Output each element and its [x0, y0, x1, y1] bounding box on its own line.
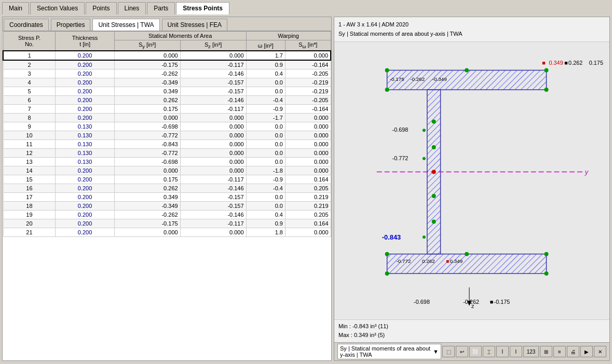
tab-main[interactable]: Main	[2, 2, 29, 15]
toolbar-btn-play[interactable]: ▶	[580, 346, 593, 357]
table-row[interactable]: 6 0.200 0.262 -0.146 -0.4 -0.205	[3, 96, 331, 105]
svg-text:0.349: 0.349	[549, 60, 563, 66]
cell-thickness: 0.200	[56, 202, 114, 211]
cell-somega: -0.205	[285, 69, 331, 78]
svg-point-13	[465, 252, 469, 256]
table-row[interactable]: 7 0.200 0.175 -0.117 -0.9 -0.164	[3, 105, 331, 114]
table-row[interactable]: 8 0.200 0.000 0.000 -1.7 0.000	[3, 114, 331, 122]
cell-no: 1	[3, 51, 56, 60]
cell-thickness: 0.200	[56, 96, 114, 105]
table-row[interactable]: 2 0.200 -0.175 -0.117 0.9 -0.164	[3, 60, 331, 69]
cell-no: 11	[3, 140, 56, 149]
tab-stress-points[interactable]: Stress Points	[176, 2, 229, 15]
svg-text:-0.698: -0.698	[414, 299, 430, 305]
cell-sz: -0.146	[180, 69, 246, 78]
cell-omega: 0.0	[246, 122, 285, 131]
cell-omega: 0.0	[246, 140, 285, 149]
svg-point-17	[432, 120, 436, 124]
app-container: Main Section Values Points Lines Parts S…	[0, 0, 612, 363]
table-row[interactable]: 18 0.200 -0.349 -0.157 0.0 0.219	[3, 202, 331, 211]
table-row[interactable]: 3 0.200 -0.262 -0.146 0.4 -0.205	[3, 69, 331, 78]
cell-somega: 0.205	[285, 184, 331, 193]
cell-thickness: 0.200	[56, 51, 114, 60]
table-row[interactable]: 10 0.130 -0.772 0.000 0.0 0.000	[3, 131, 331, 140]
svg-point-18	[432, 145, 436, 149]
toolbar-btn-4[interactable]: ⌶	[483, 346, 495, 357]
stress-table: Stress P.No. Thicknesst [in] Statical Mo…	[3, 31, 331, 237]
svg-text:■: ■	[490, 299, 494, 305]
tab-lines[interactable]: Lines	[118, 2, 146, 15]
cell-no: 5	[3, 87, 56, 96]
toolbar-btn-6[interactable]: I	[510, 346, 522, 357]
toolbar-btn-8[interactable]: ⊞	[540, 346, 552, 357]
svg-point-8	[465, 68, 469, 73]
header-line1: 1 - AW 3 x 1.64 | ADM 2020	[338, 20, 605, 30]
cell-sy: -0.262	[114, 211, 180, 219]
table-row[interactable]: 9 0.130 -0.698 0.000 0.0 0.000	[3, 122, 331, 131]
toolbar-btn-1[interactable]: ⬚	[442, 346, 455, 357]
cell-no: 7	[3, 105, 56, 114]
subtab-unit-stresses-fea[interactable]: Unit Stresses | FEA	[162, 19, 227, 31]
cell-thickness: 0.130	[56, 122, 114, 131]
max-value: Max : 0.349 in³ (5)	[338, 331, 605, 340]
table-row[interactable]: 12 0.130 -0.772 0.000 0.0 0.000	[3, 149, 331, 158]
cell-sy: -0.698	[114, 122, 180, 131]
table-row[interactable]: 13 0.130 -0.698 0.000 0.0 0.000	[3, 158, 331, 166]
subtab-coordinates[interactable]: Coordinates	[4, 19, 49, 31]
tab-points[interactable]: Points	[86, 2, 116, 15]
cell-omega: -0.4	[246, 184, 285, 193]
table-row[interactable]: 17 0.200 0.349 -0.157 0.0 0.219	[3, 193, 331, 202]
svg-point-15	[385, 272, 389, 276]
table-row[interactable]: 14 0.200 0.000 0.000 -1.8 0.000	[3, 166, 331, 175]
col-omega: ω [in²]	[246, 40, 285, 51]
cell-thickness: 0.200	[56, 219, 114, 228]
svg-point-16	[545, 272, 549, 276]
cell-no: 15	[3, 175, 56, 184]
table-row[interactable]: 1 0.200 0.000 0.000 1.7 0.000	[3, 51, 331, 60]
cell-thickness: 0.200	[56, 78, 114, 87]
table-row[interactable]: 21 0.200 0.000 0.000 1.8 0.000	[3, 228, 331, 237]
right-panel: 1 - AW 3 x 1.64 | ADM 2020 Sy | Statical…	[334, 17, 610, 361]
toolbar-btn-print[interactable]: 🖨	[567, 346, 579, 357]
cell-omega: 0.4	[246, 69, 285, 78]
table-row[interactable]: 20 0.200 -0.175 -0.117 0.9 0.164	[3, 219, 331, 228]
table-row[interactable]: 4 0.200 -0.349 -0.157 0.0 -0.219	[3, 78, 331, 87]
subtab-unit-stresses-twa[interactable]: Unit Stresses | TWA	[92, 19, 159, 31]
cell-sy: -0.349	[114, 202, 180, 211]
col-sy: Sy [in³]	[114, 40, 180, 51]
svg-point-7	[385, 68, 389, 73]
svg-text:-0.772: -0.772	[392, 155, 409, 161]
cell-somega: -0.219	[285, 78, 331, 87]
col-somega: Sω [in⁴]	[285, 40, 331, 51]
footer-dropdown[interactable]: Sy | Statical moments of area about y-ax…	[337, 344, 441, 359]
svg-text:-0.698: -0.698	[392, 127, 409, 133]
cell-omega: -0.9	[246, 175, 285, 184]
cell-somega: 0.000	[285, 131, 331, 140]
toolbar-btn-close[interactable]: ✕	[594, 346, 606, 357]
cell-thickness: 0.200	[56, 87, 114, 96]
toolbar-btn-7[interactable]: 123	[523, 346, 539, 357]
table-row[interactable]: 15 0.200 0.175 -0.117 -0.9 0.164	[3, 175, 331, 184]
svg-text:■: ■	[446, 258, 449, 264]
svg-text:-0.175: -0.175	[390, 76, 405, 82]
dropdown-arrow[interactable]: ▼	[433, 348, 439, 355]
table-row[interactable]: 11 0.130 -0.843 0.000 0.0 0.000	[3, 140, 331, 149]
toolbar-btn-3[interactable]: ⬜	[469, 346, 482, 357]
tab-parts[interactable]: Parts	[147, 2, 175, 15]
toolbar-btn-9[interactable]: ≡	[553, 346, 566, 357]
tab-section-values[interactable]: Section Values	[30, 2, 85, 15]
toolbar-btn-2[interactable]: ↩	[456, 346, 468, 357]
subtab-properties[interactable]: Properties	[51, 19, 91, 31]
svg-point-34	[423, 235, 426, 239]
cell-sz: -0.117	[180, 175, 246, 184]
cell-somega: 0.000	[285, 51, 331, 60]
cell-no: 12	[3, 149, 56, 158]
table-row[interactable]: 19 0.200 -0.262 -0.146 0.4 0.205	[3, 211, 331, 219]
svg-text:■: ■	[564, 60, 568, 66]
table-row[interactable]: 5 0.200 0.349 -0.157 0.0 -0.219	[3, 87, 331, 96]
table-row[interactable]: 16 0.200 0.262 -0.146 -0.4 0.205	[3, 184, 331, 193]
cell-sz: 0.000	[180, 122, 246, 131]
svg-text:-0.262: -0.262	[410, 76, 425, 82]
toolbar-btn-5[interactable]: I	[496, 346, 509, 357]
cell-sz: -0.146	[180, 184, 246, 193]
